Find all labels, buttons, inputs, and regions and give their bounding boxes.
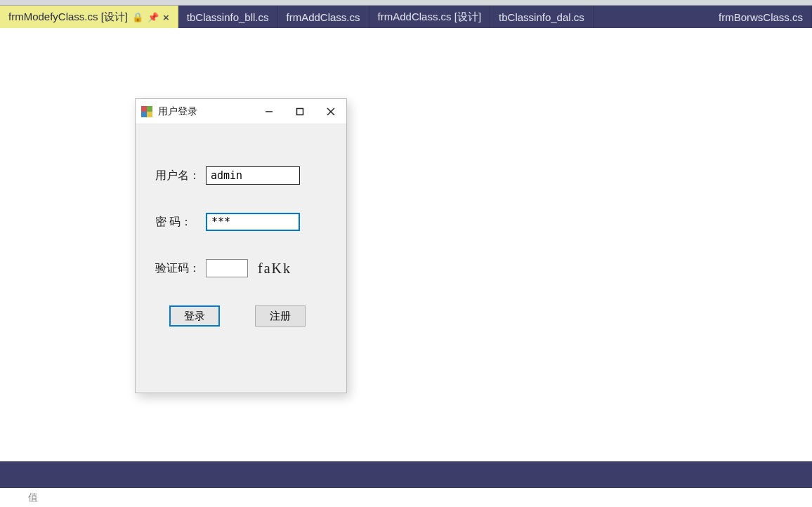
password-label: 密 码：: [155, 215, 206, 230]
login-button[interactable]: 登录: [169, 305, 220, 327]
bottom-panel: [0, 461, 812, 488]
username-label: 用户名：: [155, 169, 206, 183]
svg-rect-5: [297, 108, 303, 114]
tab-controls: 🔒 📌 ×: [132, 12, 169, 22]
design-surface[interactable]: 用户登录 用户名： 密 码：: [0, 28, 812, 442]
login-body: 用户名： 密 码： 验证码： faKk 登录 注册: [136, 124, 346, 341]
tab-frmModefyClass-design[interactable]: frmModefyClass.cs [设计] 🔒 📌 ×: [0, 6, 178, 28]
register-button-label: 注册: [270, 310, 291, 323]
login-title: 用户登录: [158, 105, 197, 118]
tab-frmBorwsClass[interactable]: frmBorwsClass.cs: [710, 6, 812, 28]
minimize-icon[interactable]: [259, 103, 279, 120]
captcha-input[interactable]: [206, 259, 248, 277]
password-input[interactable]: [206, 213, 300, 231]
tab-label: frmBorwsClass.cs: [719, 11, 803, 23]
app-icon: [141, 106, 152, 117]
captcha-row: 验证码： faKk: [155, 259, 327, 277]
captcha-label: 验证码：: [155, 261, 206, 276]
tab-label: frmAddClass.cs [设计]: [378, 11, 482, 24]
close-icon[interactable]: ×: [163, 12, 169, 22]
tab-frmAddClass-design[interactable]: frmAddClass.cs [设计]: [369, 6, 491, 28]
lock-icon[interactable]: 🔒: [132, 13, 143, 22]
maximize-icon[interactable]: [290, 103, 310, 120]
tab-label: frmAddClass.cs: [287, 11, 360, 23]
tab-tbClassinfo-bll[interactable]: tbClassinfo_bll.cs: [178, 6, 278, 28]
login-button-label: 登录: [184, 310, 205, 323]
pin-icon[interactable]: 📌: [148, 13, 159, 22]
username-row: 用户名：: [155, 166, 327, 185]
tab-strip: frmModefyClass.cs [设计] 🔒 📌 × tbClassinfo…: [0, 6, 812, 28]
button-row: 登录 注册: [155, 305, 327, 327]
tab-label: tbClassinfo_dal.cs: [499, 11, 584, 23]
svg-rect-2: [141, 112, 147, 117]
bottom-footer: 值: [0, 488, 812, 507]
close-icon[interactable]: [321, 103, 341, 120]
tab-frmAddClass[interactable]: frmAddClass.cs: [278, 6, 369, 28]
svg-rect-0: [141, 106, 147, 112]
register-button[interactable]: 注册: [255, 305, 306, 327]
login-titlebar[interactable]: 用户登录: [136, 99, 346, 124]
tab-tbClassinfo-dal[interactable]: tbClassinfo_dal.cs: [490, 6, 594, 28]
footer-value-label: 值: [28, 492, 38, 504]
window-top-bar: [0, 0, 812, 6]
login-form-window[interactable]: 用户登录 用户名： 密 码：: [135, 98, 347, 393]
svg-rect-1: [147, 106, 152, 112]
password-row: 密 码：: [155, 213, 327, 231]
captcha-text: faKk: [258, 261, 292, 277]
username-input[interactable]: [206, 166, 300, 185]
tab-label: tbClassinfo_bll.cs: [187, 11, 269, 23]
tab-label: frmModefyClass.cs [设计]: [8, 11, 128, 24]
svg-rect-3: [147, 112, 152, 117]
